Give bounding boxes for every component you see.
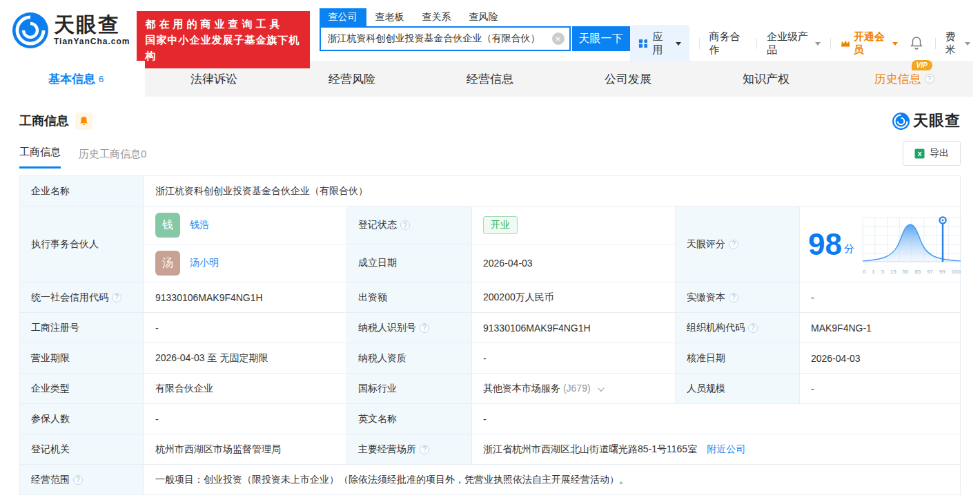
score-label: 天眼评分 — [676, 206, 800, 282]
subtab-history-count: 0 — [141, 148, 146, 160]
address-label: 主要经营场所 — [347, 434, 472, 465]
svg-text:x: x — [918, 150, 922, 157]
search-tab-relation[interactable]: 查关系 — [413, 8, 460, 26]
status-badge: 开业 — [483, 216, 518, 234]
open-vip-button[interactable]: 开通会员 — [841, 30, 898, 57]
eng-name-label: 英文名称 — [347, 404, 472, 434]
chevron-down-icon[interactable] — [598, 385, 605, 392]
taxid-value: 91330106MAK9F4NG1H — [472, 313, 676, 343]
help-icon[interactable] — [729, 240, 738, 249]
uscc-value: 91330106MAK9F4NG1H — [144, 282, 347, 313]
staff-label: 人员规模 — [676, 374, 800, 404]
score-value: 98 — [808, 229, 842, 260]
promo-line2: 国家中小企业发展子基金旗下机构 — [145, 32, 301, 64]
type-value: 有限合伙企业 — [144, 374, 347, 404]
eng-name-value: - — [472, 404, 961, 434]
search-input[interactable] — [320, 26, 571, 51]
search-tab-boss[interactable]: 查老板 — [366, 8, 413, 26]
business-info-section: 工商信息 天眼查 工商信息 历史工商信息0 x 导出 — [7, 97, 973, 495]
industry-code: (J679) — [563, 383, 591, 394]
partner-1-link[interactable]: 钱浩 — [190, 219, 209, 231]
chevron-down-icon — [815, 42, 821, 46]
subscribe-bell-icon[interactable] — [75, 113, 92, 130]
partner-2-link[interactable]: 汤小明 — [190, 257, 219, 269]
partners-label: 执行事务合伙人 — [20, 206, 144, 282]
help-icon[interactable] — [420, 323, 429, 333]
search-tab-risk[interactable]: 查风险 — [460, 8, 507, 26]
reg-authority-label: 登记机关 — [20, 434, 144, 465]
paidin-label: 实缴资本 — [676, 282, 800, 313]
section-title: 工商信息 — [19, 113, 69, 129]
main-tabbar: 基本信息 6 法律诉讼 经营风险 经营信息 公司发展 知识产权 历史信息 VIP — [7, 61, 973, 97]
type-label: 企业类型 — [20, 374, 144, 404]
subtab-history-label: 历史工商信息 — [79, 148, 141, 160]
notification-bell-icon[interactable] — [910, 36, 923, 52]
reg-authority-value: 杭州市西湖区市场监督管理局 — [144, 434, 347, 465]
watermark-text: 天眼查 — [913, 110, 961, 131]
export-label: 导出 — [930, 147, 949, 160]
tab-history-info[interactable]: 历史信息 VIP — [835, 61, 973, 97]
search-button[interactable]: 天眼一下 — [572, 26, 630, 51]
taxid-label: 纳税人识别号 — [347, 313, 472, 343]
contribution-label: 出资额 — [347, 282, 472, 313]
tab-basic-info[interactable]: 基本信息 6 — [7, 61, 145, 97]
subtab-business-info[interactable]: 工商信息 — [19, 146, 61, 169]
tab-legal[interactable]: 法律诉讼 — [145, 61, 283, 97]
clear-search-icon[interactable] — [552, 32, 565, 45]
chevron-down-icon — [892, 42, 898, 46]
avatar[interactable]: 汤 — [155, 251, 180, 276]
watermark-logo: 天眼查 — [892, 110, 961, 131]
insured-label: 参保人数 — [20, 404, 144, 434]
partner-1: 钱 钱浩 — [144, 206, 347, 244]
term-label: 营业期限 — [20, 343, 144, 374]
partner-2: 汤 汤小明 — [144, 244, 347, 282]
export-button[interactable]: x 导出 — [903, 141, 961, 166]
term-value: 2026-04-03 至 无固定期限 — [144, 343, 347, 374]
tab-intellectual-property[interactable]: 知识产权 — [697, 61, 835, 97]
uscc-label: 统一社会信用代码 — [20, 282, 144, 313]
promo-banner: 都在用的商业查询工具 国家中小企业发展子基金旗下机构 — [137, 11, 309, 68]
table-row: 企业类型 有限合伙企业 国标行业 其他资本市场服务 (J679) 人员规模 - — [20, 374, 961, 404]
table-row: 登记机关 杭州市西湖区市场监督管理局 主要经营场所 浙江省杭州市西湖区北山街道曙… — [20, 434, 961, 465]
tab-operating-info[interactable]: 经营信息 — [421, 61, 559, 97]
est-date-value: 2026-04-03 — [472, 244, 676, 282]
help-icon[interactable] — [400, 220, 410, 230]
search-tab-company[interactable]: 查公司 — [320, 8, 366, 26]
help-icon[interactable] — [112, 293, 121, 302]
help-icon[interactable] — [925, 74, 934, 84]
help-icon[interactable] — [420, 445, 429, 454]
search-area: 查公司 查老板 查关系 查风险 天眼一下 — [320, 8, 630, 51]
apps-menu-button[interactable]: 应用 — [630, 25, 689, 62]
avatar[interactable]: 钱 — [155, 213, 180, 238]
table-row: 企业名称 浙江杭资科创创业投资基金合伙企业（有限合伙） — [20, 176, 961, 206]
chevron-down-icon — [676, 42, 681, 46]
tianyancha-logo[interactable]: 天眼查 TianYanCha.com — [12, 12, 130, 48]
industry-label: 国标行业 — [347, 374, 472, 404]
business-info-table: 企业名称 浙江杭资科创创业投资基金合伙企业（有限合伙） 执行事务合伙人 钱 钱浩… — [19, 175, 961, 495]
nearby-companies-link[interactable]: 附近公司 — [707, 443, 745, 456]
score-distribution-chart: 0131550859799100 — [860, 213, 963, 275]
address-text: 浙江省杭州市西湖区北山街道曙光路85-1号1165室 — [483, 443, 697, 456]
help-icon[interactable] — [73, 475, 83, 485]
help-icon[interactable] — [748, 323, 758, 333]
tab-history-label: 历史信息 — [874, 73, 921, 86]
tax-qual-value: - — [472, 343, 676, 374]
excel-icon: x — [914, 148, 925, 159]
vip-crown-icon — [841, 39, 850, 48]
tab-operating-risk[interactable]: 经营风险 — [283, 61, 421, 97]
username-label: 费米 — [945, 30, 963, 57]
user-menu[interactable]: 费米 — [945, 30, 970, 57]
nav-cooperation[interactable]: 商务合作 — [709, 30, 747, 57]
regno-label: 工商注册号 — [20, 313, 144, 343]
tab-company-development[interactable]: 公司发展 — [559, 61, 697, 97]
help-icon[interactable] — [729, 293, 738, 302]
divider — [935, 38, 936, 49]
search-tabs: 查公司 查老板 查关系 查风险 — [320, 8, 630, 26]
company-name-label: 企业名称 — [20, 176, 144, 206]
subtab-history-business-info[interactable]: 历史工商信息0 — [79, 148, 146, 169]
nav-enterprise-products[interactable]: 企业级产品 — [767, 30, 821, 57]
score-unit: 分 — [844, 242, 854, 256]
score-cell: 98 分 — [800, 206, 961, 282]
est-date-label: 成立日期 — [347, 244, 472, 282]
vip-badge: VIP — [912, 60, 932, 70]
